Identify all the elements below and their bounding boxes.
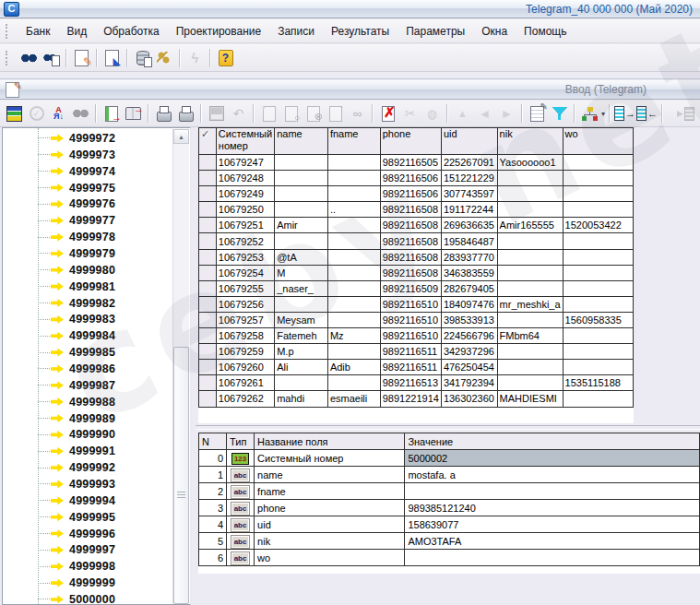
field-name[interactable]: wo (255, 550, 405, 566)
table-cell[interactable]: 9892116508 (380, 218, 441, 233)
database-utilities-icon[interactable] (132, 48, 153, 68)
table-cell[interactable]: _naser_ (275, 280, 328, 296)
table-cell[interactable]: 9892116506 (380, 171, 441, 186)
tree-item[interactable]: 4999996 (3, 526, 173, 542)
table-cell[interactable]: mahdi (275, 391, 328, 407)
tree-item[interactable]: 4999972 (3, 130, 173, 147)
column-header-6[interactable]: wo (563, 128, 633, 155)
menu-item-1[interactable]: Вид (58, 21, 95, 42)
table-cell[interactable]: 9892116513 (380, 375, 441, 391)
column-header-0[interactable]: Системный номер (216, 128, 274, 155)
detail-column-header-1[interactable]: Тип (227, 433, 255, 450)
table-cell[interactable]: 9892116510 (380, 296, 441, 312)
menu-item-8[interactable]: Помощь (516, 21, 575, 42)
menu-item-0[interactable]: Банк (18, 21, 58, 42)
tree-item[interactable]: 4999974 (3, 163, 173, 180)
table-cell[interactable] (563, 155, 633, 171)
table-cell[interactable]: 10679256 (216, 296, 274, 312)
table-cell[interactable]: 9892116510 (380, 312, 441, 327)
table-cell[interactable] (497, 249, 563, 265)
table-cell[interactable]: 9892116508 (380, 202, 441, 218)
row-selector[interactable] (199, 249, 217, 265)
row-selector[interactable] (199, 375, 217, 391)
table-cell[interactable] (497, 202, 563, 218)
tree-item[interactable]: 4999987 (3, 377, 173, 394)
print-record-icon[interactable] (153, 103, 174, 124)
column-header-1[interactable]: name (275, 128, 328, 155)
design-form-icon[interactable] (101, 48, 123, 68)
scrollbar-thumb[interactable] (173, 347, 189, 604)
field-name[interactable]: fname (255, 483, 405, 500)
table-cell[interactable] (497, 171, 563, 186)
table-cell[interactable]: Adib (327, 360, 380, 375)
table-cell[interactable] (275, 202, 328, 218)
table-cell[interactable]: 10679261 (216, 375, 274, 391)
table-cell[interactable] (563, 360, 633, 375)
detail-column-header-3[interactable]: Значение (405, 433, 700, 450)
table-cell[interactable] (497, 360, 563, 375)
filter-icon[interactable] (549, 103, 570, 124)
row-selector[interactable] (199, 391, 217, 407)
detail-column-header-2[interactable]: Название поля (255, 433, 405, 450)
table-cell[interactable]: 195846487 (441, 233, 497, 249)
table-cell[interactable]: 10679251 (216, 218, 274, 233)
scroll-up-button[interactable] (173, 129, 189, 144)
table-cell[interactable] (327, 296, 380, 312)
table-cell[interactable] (563, 280, 633, 296)
tree-item[interactable]: 4999991 (3, 443, 173, 459)
tree-item[interactable]: 4999994 (3, 492, 173, 509)
row-selector[interactable] (199, 312, 217, 327)
row-selector[interactable] (199, 360, 217, 375)
table-cell[interactable] (327, 171, 380, 186)
table-cell[interactable]: 9891221914 (380, 391, 441, 407)
toolbar-grip[interactable] (6, 24, 10, 39)
column-header-4[interactable]: uid (441, 128, 497, 155)
table-cell[interactable]: esmaeili (327, 391, 380, 407)
field-value[interactable] (405, 550, 700, 566)
field-value[interactable] (405, 483, 700, 500)
table-cell[interactable]: M.p (275, 344, 328, 360)
row-selector[interactable] (199, 171, 217, 186)
row-selector[interactable] (199, 218, 217, 233)
table-cell[interactable] (497, 265, 563, 280)
table-cell[interactable]: 9892116508 (380, 249, 441, 265)
table-cell[interactable]: 341792394 (441, 375, 497, 391)
table-cell[interactable] (327, 186, 380, 202)
table-cell[interactable] (327, 218, 380, 233)
tree-item[interactable]: 4999997 (3, 541, 173, 558)
field-name[interactable]: nik (255, 533, 405, 550)
table-cell[interactable] (327, 280, 380, 296)
select-all-header[interactable] (199, 128, 217, 155)
table-cell[interactable]: mr_meshki_a (497, 296, 563, 312)
table-cell[interactable]: 10679257 (216, 312, 274, 327)
table-cell[interactable]: 191172244 (441, 202, 497, 218)
tree-item[interactable]: 4999992 (3, 459, 173, 476)
table-cell[interactable] (563, 186, 633, 202)
table-cell[interactable]: 10679249 (216, 186, 274, 202)
table-cell[interactable]: 342937296 (441, 344, 497, 360)
menu-item-6[interactable]: Параметры (397, 21, 473, 42)
table-cell[interactable]: Ali (275, 360, 328, 375)
export-table-icon[interactable] (614, 103, 635, 124)
find-record-binoculars-icon[interactable] (41, 48, 62, 68)
row-selector[interactable] (199, 233, 217, 249)
table-cell[interactable] (563, 391, 633, 407)
tree-item[interactable]: 4999990 (3, 426, 173, 443)
column-header-2[interactable]: fname (327, 128, 380, 155)
table-cell[interactable]: 9892116509 (380, 280, 441, 296)
row-selector[interactable] (199, 296, 217, 312)
import-table-icon[interactable] (636, 103, 658, 124)
field-value[interactable]: 989385121240 (405, 500, 700, 516)
table-cell[interactable]: Yasoooooo1 (497, 155, 563, 171)
edit-note-icon[interactable] (71, 48, 92, 68)
tree-item[interactable]: 4999986 (3, 361, 173, 377)
table-cell[interactable]: Mz (327, 328, 380, 344)
table-cell[interactable] (275, 155, 328, 171)
field-name[interactable]: name (255, 467, 405, 483)
table-cell[interactable] (327, 312, 380, 327)
tree-item[interactable]: 4999985 (3, 344, 173, 361)
table-cell[interactable]: 9892116508 (380, 265, 441, 280)
tree-item[interactable]: 4999977 (3, 212, 173, 229)
hierarchy-icon[interactable] (579, 103, 600, 124)
table-cell[interactable]: 283937770 (441, 249, 497, 265)
